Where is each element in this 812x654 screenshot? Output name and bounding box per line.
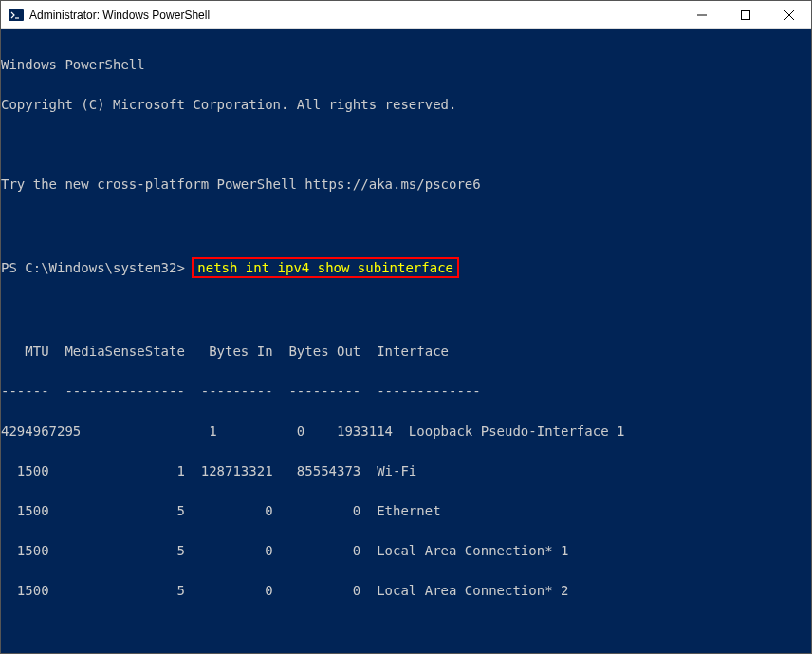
table-row: 1500 5 0 0 Local Area Connection* 2 (1, 584, 811, 597)
prompt-line: PS C:\Windows\system32> netsh int ipv4 s… (1, 257, 811, 278)
titlebar[interactable]: Administrator: Windows PowerShell (1, 1, 811, 29)
maximize-button[interactable] (724, 1, 767, 28)
window-controls (680, 1, 811, 28)
blank-line (1, 217, 811, 231)
terminal-area[interactable]: Windows PowerShell Copyright (C) Microso… (1, 29, 811, 653)
svg-rect-3 (742, 10, 750, 19)
banner-line: Windows PowerShell (1, 58, 811, 71)
svg-rect-0 (9, 9, 24, 21)
powershell-icon (9, 8, 24, 23)
table-row: 1500 5 0 0 Ethernet (1, 504, 811, 517)
table-row: 1500 5 0 0 Local Area Connection* 1 (1, 544, 811, 557)
table-row: 4294967295 1 0 1933114 Loopback Pseudo-I… (1, 424, 811, 438)
table-header: MTU MediaSenseState Bytes In Bytes Out I… (1, 345, 811, 358)
minimize-button[interactable] (680, 1, 724, 28)
command-highlighted: netsh int ipv4 show subinterface (192, 257, 459, 278)
blank-line (1, 138, 811, 151)
blank-line (1, 305, 811, 318)
prompt-prefix: PS C:\Windows\system32> (1, 260, 193, 275)
powershell-window: Administrator: Windows PowerShell Window… (0, 0, 812, 654)
blank-line (1, 624, 811, 637)
banner-line: Copyright (C) Microsoft Corporation. All… (1, 98, 811, 111)
window-title: Administrator: Windows PowerShell (29, 9, 680, 22)
close-button[interactable] (767, 1, 811, 28)
banner-line: Try the new cross-platform PowerShell ht… (1, 178, 811, 191)
table-separator: ------ --------------- --------- -------… (1, 384, 811, 398)
table-row: 1500 1 128713321 85554373 Wi-Fi (1, 464, 811, 477)
